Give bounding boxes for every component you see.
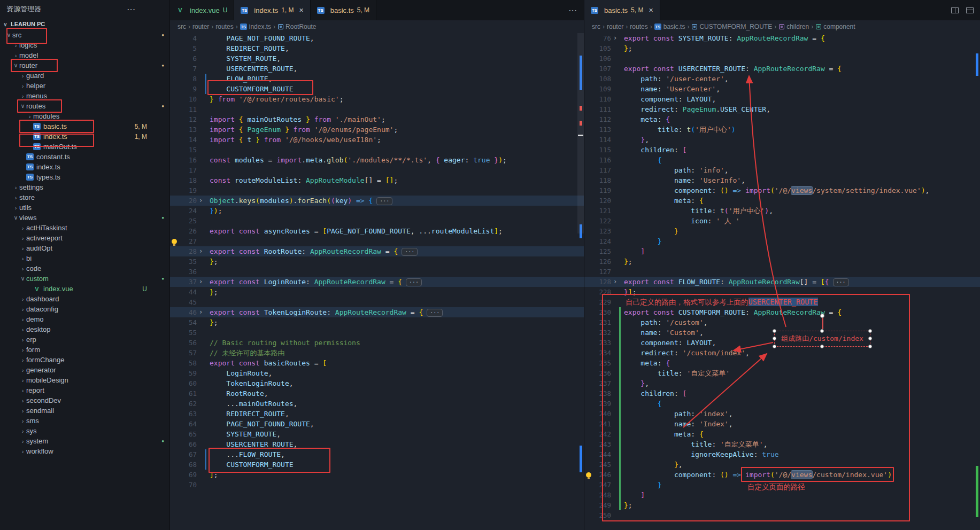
tree-item-mobileDesign[interactable]: ›mobileDesign — [0, 375, 169, 385]
tree-item-index.ts[interactable]: TSindex.ts — [0, 162, 169, 172]
customize-layout-icon[interactable] — [966, 7, 974, 13]
code-line-45[interactable]: 45 — [170, 297, 584, 307]
breadcrumb-item-RootRoute[interactable]: RootRoute — [277, 23, 316, 30]
close-icon[interactable]: × — [649, 6, 653, 14]
breadcrumb-item-component[interactable]: component — [815, 23, 855, 30]
code-line-7[interactable]: 7 USERCENTER_ROUTE, — [170, 64, 584, 74]
tree-item-index.vue[interactable]: Vindex.vueU — [0, 284, 169, 294]
tree-item-custom[interactable]: ∨custom● — [0, 274, 169, 284]
code-line-54[interactable]: 54}; — [170, 317, 584, 328]
fold-chevron-icon[interactable]: › — [197, 196, 205, 206]
code-line-11[interactable]: 11 — [170, 104, 584, 114]
tree-item-demo[interactable]: ›demo — [0, 314, 169, 324]
split-editor-icon[interactable] — [951, 7, 959, 13]
resize-handle-icon[interactable] — [868, 337, 872, 340]
code-line-234[interactable]: 234 redirect: '/custom/index', — [584, 348, 980, 358]
close-icon[interactable]: × — [299, 6, 303, 14]
code-line-24[interactable]: 24}); — [170, 206, 584, 216]
code-line-6[interactable]: 6 SYSTEM_ROUTE, — [170, 53, 584, 64]
code-line-14[interactable]: 14import { t } from '/@/hooks/web/useI18… — [170, 135, 584, 145]
tree-item-system[interactable]: ›system● — [0, 436, 169, 446]
tab-basic.ts[interactable]: TSbasic.ts5, M× — [584, 0, 660, 20]
code-line-46[interactable]: 46›export const TokenLoginRoute: AppRout… — [170, 307, 584, 317]
code-line-115[interactable]: 115 children: [ — [584, 145, 980, 155]
code-line-127[interactable]: 127 — [584, 267, 980, 277]
breadcrumb-item-CUSTOMFORM_ROUTE[interactable]: CUSTOMFORM_ROUTE — [691, 23, 772, 30]
code-line-112[interactable]: 112 meta: { — [584, 114, 980, 124]
fold-chevron-icon[interactable]: › — [197, 246, 205, 256]
tree-item-guard[interactable]: ›guard — [0, 71, 169, 81]
breadcrumb-item-routes[interactable]: routes — [630, 23, 647, 30]
breadcrumb-item-router[interactable]: router — [607, 23, 623, 30]
scrollbar[interactable] — [577, 33, 584, 233]
tree-item-index.ts[interactable]: TSindex.ts1, M — [0, 131, 169, 142]
code-line-62[interactable]: 62 ...mainOutRoutes, — [170, 399, 584, 409]
code-line-126[interactable]: 126}; — [584, 256, 980, 267]
resize-handle-icon[interactable] — [820, 345, 824, 348]
resize-handle-icon[interactable] — [773, 337, 776, 340]
code-line-228[interactable]: 228}]; — [584, 287, 980, 297]
code-line-55[interactable]: 55 — [170, 328, 584, 338]
code-line-229[interactable]: 229 — [584, 297, 980, 307]
code-line-5[interactable]: 5 REDIRECT_ROUTE, — [170, 43, 584, 53]
fold-chevron-icon[interactable]: › — [197, 307, 205, 317]
lightbulb-icon[interactable] — [584, 470, 593, 480]
code-line-114[interactable]: 114 }, — [584, 135, 980, 145]
tree-item-desktop[interactable]: ›desktop — [0, 324, 169, 334]
code-line-243[interactable]: 243 title: '自定义菜单', — [584, 439, 980, 449]
resize-handle-icon[interactable] — [868, 329, 872, 333]
code-line-108[interactable]: 108 path: '/user-center', — [584, 74, 980, 84]
more-actions-icon[interactable]: ··· — [127, 5, 136, 13]
more-actions-icon[interactable]: ··· — [569, 6, 577, 14]
code-line-70[interactable]: 70 — [170, 480, 584, 490]
code-line-248[interactable]: 248 ] — [584, 490, 980, 500]
folded-region-badge[interactable]: ··· — [402, 248, 418, 256]
code-line-10[interactable]: 10} from '/@/router/routes/basic'; — [170, 94, 584, 104]
code-line-13[interactable]: 13import { PageEnum } from '/@/enums/pag… — [170, 124, 584, 135]
tree-item-secondDev[interactable]: ›secondDev — [0, 395, 169, 406]
tree-item-src[interactable]: ∨src● — [0, 30, 169, 40]
code-line-59[interactable]: 59 LoginRoute, — [170, 368, 584, 378]
resize-handle-icon[interactable] — [868, 345, 872, 348]
tree-item-form[interactable]: ›form — [0, 345, 169, 355]
code-line-64[interactable]: 64 PAGE_NOT_FOUND_ROUTE, — [170, 419, 584, 429]
tree-item-report[interactable]: ›report — [0, 385, 169, 395]
code-line-120[interactable]: 120 meta: { — [584, 196, 980, 206]
code-line-124[interactable]: 124 } — [584, 236, 980, 246]
code-line-239[interactable]: 239 { — [584, 399, 980, 409]
code-line-20[interactable]: 20›Object.keys(modules).forEach((key) =>… — [170, 196, 584, 206]
tree-item-logics[interactable]: ›logics — [0, 40, 169, 50]
code-line-61[interactable]: 61 RootRoute, — [170, 388, 584, 399]
lightbulb-icon[interactable] — [170, 236, 179, 246]
code-line-44[interactable]: 44}; — [170, 287, 584, 297]
tree-item-formChange[interactable]: ›formChange — [0, 355, 169, 365]
code-line-244[interactable]: 244 ignoreKeepAlive: true — [584, 449, 980, 459]
code-line-128[interactable]: 128›export const FLOW_ROUTE: AppRouteRec… — [584, 277, 980, 287]
tree-item-bi[interactable]: ›bi — [0, 253, 169, 263]
tab-basic.ts[interactable]: TSbasic.ts5, M — [311, 0, 376, 20]
tree-item-erp[interactable]: ›erp — [0, 334, 169, 345]
code-line-122[interactable]: 122 icon: ' 人 ' — [584, 216, 980, 226]
code-line-36[interactable]: 36 — [170, 267, 584, 277]
code-line-235[interactable]: 235 meta: { — [584, 358, 980, 368]
code-line-17[interactable]: 17 — [170, 165, 584, 175]
code-line-66[interactable]: 66 USERCENTER_ROUTE, — [170, 439, 584, 449]
code-line-16[interactable]: 16const modules = import.meta.glob('./mo… — [170, 155, 584, 165]
folded-region-badge[interactable]: ··· — [406, 278, 422, 286]
code-line-56[interactable]: 56// Basic routing without permissions — [170, 338, 584, 348]
code-line-109[interactable]: 109 name: 'UserCenter', — [584, 84, 980, 94]
tree-item-dataconfig[interactable]: ›dataconfig — [0, 304, 169, 314]
tree-item-menus[interactable]: ›menus — [0, 91, 169, 101]
code-line-118[interactable]: 118 name: 'UserInfo', — [584, 175, 980, 185]
tree-item-workflow[interactable]: ›workflow — [0, 446, 169, 456]
code-line-240[interactable]: 240 path: 'index', — [584, 409, 980, 419]
code-line-26[interactable]: 26export const asyncRoutes = [PAGE_NOT_F… — [170, 226, 584, 236]
code-line-249[interactable]: 249}; — [584, 500, 980, 510]
breadcrumb-item-routes[interactable]: routes — [215, 23, 233, 30]
tree-item-modules[interactable]: ›modules — [0, 111, 169, 121]
code-line-111[interactable]: 111 redirect: PageEnum.USER_CENTER, — [584, 104, 980, 114]
tree-item-settings[interactable]: ›settings — [0, 182, 169, 192]
tree-item-sys[interactable]: ›sys — [0, 426, 169, 436]
tree-item-utils[interactable]: ›utils — [0, 202, 169, 213]
code-line-76[interactable]: 76›export const SYSTEM_ROUTE: AppRouteRe… — [584, 33, 980, 43]
